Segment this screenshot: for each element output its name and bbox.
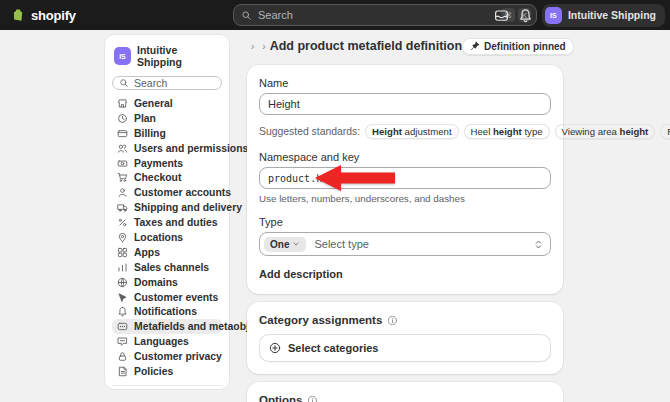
user-menu[interactable]: IS Intuitive Shipping [542, 4, 665, 27]
sidebar-item-domains[interactable]: Domains [112, 275, 222, 290]
notifications-icon [117, 306, 128, 317]
locations-icon [117, 232, 128, 243]
breadcrumb-separator: › [251, 41, 254, 52]
suggested-standard-pill[interactable]: Heel height type [464, 124, 550, 139]
category-assignments-card: Category assignments Select categories [247, 302, 563, 374]
namespace-field: Namespace and key Use letters, numbers, … [259, 151, 551, 204]
select-updown-icon [533, 239, 544, 250]
sidebar-item-billing[interactable]: Billing [112, 126, 222, 141]
sidebar-item-shipping-and-delivery[interactable]: Shipping and delivery [112, 200, 222, 215]
definition-card: Name Suggested standards: Height adjustm… [247, 65, 563, 294]
select-categories-label: Select categories [288, 342, 379, 354]
page-title: Add product metafield definition [270, 39, 462, 53]
store-avatar: IS [114, 47, 131, 65]
customer-accounts-icon [117, 187, 128, 198]
name-input[interactable] [259, 93, 551, 115]
global-search-input[interactable]: Search ⌘ K [233, 4, 537, 26]
sidebar-item-customer-events[interactable]: Customer events [112, 290, 222, 305]
user-name: Intuitive Shipping [568, 9, 656, 21]
main-content: › Product › Add product metafield defini… [247, 36, 563, 402]
type-quantity-value: One [270, 239, 289, 250]
category-assignments-title: Category assignments [259, 314, 382, 326]
sidebar-item-label: Payments [134, 158, 183, 169]
sidebar-item-label: Domains [134, 277, 178, 288]
suggested-standard-pill[interactable]: Viewing area height [555, 124, 656, 139]
name-label: Name [259, 77, 551, 89]
languages-icon [117, 336, 128, 347]
sidebar-item-taxes-and-duties[interactable]: Taxes and duties [112, 215, 222, 230]
sidebar-item-label: Plan [134, 113, 156, 124]
topbar-right: IS Intuitive Shipping [494, 3, 665, 27]
namespace-input[interactable] [259, 167, 551, 189]
type-field: Type One Select type [259, 216, 551, 256]
namespace-label: Namespace and key [259, 151, 551, 163]
sidebar-item-plan[interactable]: Plan [112, 111, 222, 126]
customer-events-icon [117, 292, 128, 303]
type-select[interactable]: One Select type [259, 232, 551, 256]
info-icon[interactable] [307, 395, 318, 402]
definition-pinned-label: Definition pinned [484, 41, 566, 52]
shopify-wordmark: shopify [31, 8, 76, 23]
sidebar-item-label: Sales channels [134, 262, 209, 273]
sidebar-item-customer-accounts[interactable]: Customer accounts [112, 185, 222, 200]
breadcrumb-separator: › [262, 41, 265, 52]
type-label: Type [259, 216, 551, 228]
inbox-icon[interactable] [494, 8, 509, 23]
notifications-bell-icon[interactable] [518, 8, 533, 23]
sidebar-item-label: Users and permissions [134, 143, 248, 154]
sidebar-item-payments[interactable]: Payments [112, 156, 222, 171]
info-icon[interactable] [387, 315, 398, 326]
plus-circle-icon [269, 342, 281, 354]
sidebar-item-languages[interactable]: Languages [112, 334, 222, 349]
page-header: › Product › Add product metafield defini… [247, 36, 563, 56]
suggested-standard-pill[interactable]: Height adjustment [365, 124, 458, 139]
sidebar-item-label: Shipping and delivery [134, 202, 242, 213]
apps-icon [117, 247, 128, 258]
shopify-bag-icon [10, 7, 26, 23]
sidebar-item-label: Billing [134, 128, 166, 139]
sidebar-item-customer-privacy[interactable]: Customer privacy [112, 349, 222, 364]
sidebar-item-label: Notifications [134, 306, 197, 317]
global-search-placeholder: Search [258, 9, 293, 21]
store-switcher[interactable]: IS Intuitive Shipping [112, 42, 222, 76]
options-title: Options [259, 394, 302, 402]
shopify-logo[interactable]: shopify [10, 0, 76, 30]
suggested-standards-pills: Height adjustmentHeel height typeViewing… [365, 124, 670, 139]
topbar: shopify Search ⌘ K IS Intuitive Shipping [0, 0, 670, 30]
sidebar-item-label: Languages [134, 336, 189, 347]
sidebar-item-sales-channels[interactable]: Sales channels [112, 260, 222, 275]
sales-channels-icon [117, 262, 128, 273]
sidebar-item-general[interactable]: General [112, 96, 222, 111]
sidebar-search-input[interactable]: Search [112, 76, 222, 90]
sidebar-item-checkout[interactable]: Checkout [112, 170, 222, 185]
sidebar-item-locations[interactable]: Locations [112, 230, 222, 245]
sidebar-item-label: Customer privacy [134, 351, 222, 362]
sidebar-item-label: Checkout [134, 172, 181, 183]
policies-icon [117, 366, 128, 377]
sidebar-item-policies[interactable]: Policies [112, 364, 222, 379]
add-description-link[interactable]: Add description [259, 268, 343, 280]
suggested-standard-pill[interactable]: Rise height class [660, 124, 670, 139]
metafields-icon [117, 321, 128, 332]
select-categories-button[interactable]: Select categories [259, 334, 551, 362]
sidebar-item-apps[interactable]: Apps [112, 245, 222, 260]
users-icon [117, 143, 128, 154]
sidebar-item-label: Customer events [134, 292, 218, 303]
search-icon [119, 78, 129, 88]
sidebar-item-label: Policies [134, 366, 173, 377]
shipping-icon [117, 202, 128, 213]
sidebar-item-users-and-permissions[interactable]: Users and permissions [112, 141, 222, 156]
sidebar-item-label: General [134, 98, 173, 109]
sidebar-item-metafields-and-metaobjects[interactable]: Metafields and metaobjects [112, 319, 222, 334]
pin-icon [470, 41, 480, 51]
store-icon [117, 98, 128, 109]
type-quantity-dropdown[interactable]: One [264, 237, 306, 252]
sidebar-item-label: Apps [134, 247, 160, 258]
app-window: shopify Search ⌘ K IS Intuitive Shipping… [0, 0, 670, 402]
type-placeholder: Select type [314, 238, 368, 250]
checkout-icon [117, 172, 128, 183]
sidebar-item-notifications[interactable]: Notifications [112, 304, 222, 319]
taxes-icon [117, 217, 128, 228]
definition-pinned-button[interactable]: Definition pinned [462, 38, 574, 55]
sidebar-item-label: Taxes and duties [134, 217, 218, 228]
